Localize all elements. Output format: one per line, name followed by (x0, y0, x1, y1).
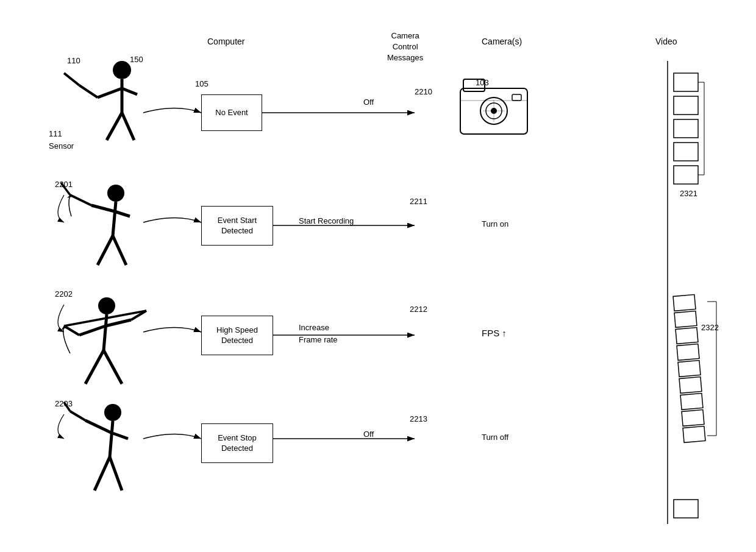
camera-control-label: CameraControlMessages (387, 30, 423, 64)
event-start-box: Event Start Detected (201, 206, 273, 246)
svg-rect-51 (674, 96, 698, 115)
ref2211-label: 2211 (410, 197, 427, 206)
event-stop-box: Event Stop Detected (201, 423, 273, 463)
svg-line-12 (107, 113, 122, 140)
svg-line-26 (70, 195, 91, 205)
svg-line-48 (94, 457, 110, 490)
video-frames-hfps (661, 292, 735, 475)
figure-row2 (58, 180, 143, 271)
svg-line-29 (98, 236, 113, 265)
svg-line-10 (64, 73, 79, 85)
video-frame-last (668, 494, 716, 530)
svg-line-45 (70, 411, 85, 420)
svg-point-6 (113, 61, 131, 79)
computer-title-label: Computer (207, 37, 244, 46)
svg-rect-52 (674, 119, 698, 138)
diagram: Computer CameraControlMessages Camera(s)… (0, 0, 756, 552)
ref2212-label: 2212 (410, 305, 427, 314)
svg-line-39 (85, 350, 104, 384)
svg-line-8 (98, 88, 122, 97)
svg-line-30 (113, 236, 126, 265)
svg-line-28 (115, 211, 130, 216)
video-frames-regular (668, 67, 716, 238)
svg-rect-66 (683, 426, 705, 442)
figure-row3 (58, 292, 149, 390)
svg-rect-64 (680, 393, 703, 409)
svg-point-23 (107, 185, 124, 202)
svg-rect-15 (463, 79, 485, 91)
camera-image (457, 73, 530, 140)
svg-line-27 (61, 183, 70, 195)
svg-point-32 (98, 297, 115, 314)
msg-off2-label: Off (363, 430, 374, 439)
video-title-label: Video (655, 37, 677, 46)
svg-line-35 (64, 326, 79, 335)
msg-increase-fr-label: IncreaseFrame rate (299, 322, 338, 345)
cam-turn-on-label: Turn on (482, 219, 508, 228)
svg-line-24 (113, 202, 116, 236)
ref2210-label: 2210 (415, 87, 432, 96)
svg-line-44 (85, 420, 111, 433)
cam-turn-off-label: Turn off (482, 433, 508, 442)
svg-line-49 (110, 457, 122, 490)
svg-line-46 (64, 402, 70, 411)
svg-rect-50 (674, 73, 698, 91)
cam-fps-label: FPS ↑ (482, 328, 507, 338)
svg-line-13 (122, 113, 134, 140)
svg-rect-61 (677, 344, 699, 360)
svg-line-11 (122, 88, 137, 94)
svg-line-43 (110, 421, 113, 457)
svg-rect-63 (679, 377, 702, 393)
svg-line-9 (79, 85, 98, 97)
cameras-title-label: Camera(s) (482, 37, 522, 46)
high-speed-box: High Speed Detected (201, 316, 273, 355)
ref105-label: 105 (195, 79, 209, 88)
svg-rect-65 (682, 409, 704, 426)
svg-rect-60 (676, 327, 698, 344)
msg-off1-label: Off (363, 97, 374, 107)
svg-rect-70 (674, 500, 698, 518)
svg-rect-54 (674, 166, 698, 184)
svg-rect-62 (678, 360, 701, 377)
svg-line-25 (91, 205, 115, 211)
svg-point-42 (104, 404, 121, 421)
svg-rect-59 (674, 311, 697, 327)
figure-row1 (61, 55, 146, 146)
no-event-box: No Event (201, 94, 262, 131)
svg-line-34 (79, 326, 105, 335)
svg-rect-58 (673, 294, 696, 311)
msg-start-rec-label: Start Recording (299, 216, 354, 225)
svg-line-36 (105, 320, 131, 326)
svg-rect-53 (674, 143, 698, 161)
svg-line-47 (111, 433, 128, 439)
svg-line-40 (104, 350, 122, 384)
figure-row4 (61, 399, 146, 497)
svg-line-33 (104, 314, 107, 350)
svg-rect-19 (512, 94, 521, 101)
ref2213-label: 2213 (410, 414, 427, 423)
